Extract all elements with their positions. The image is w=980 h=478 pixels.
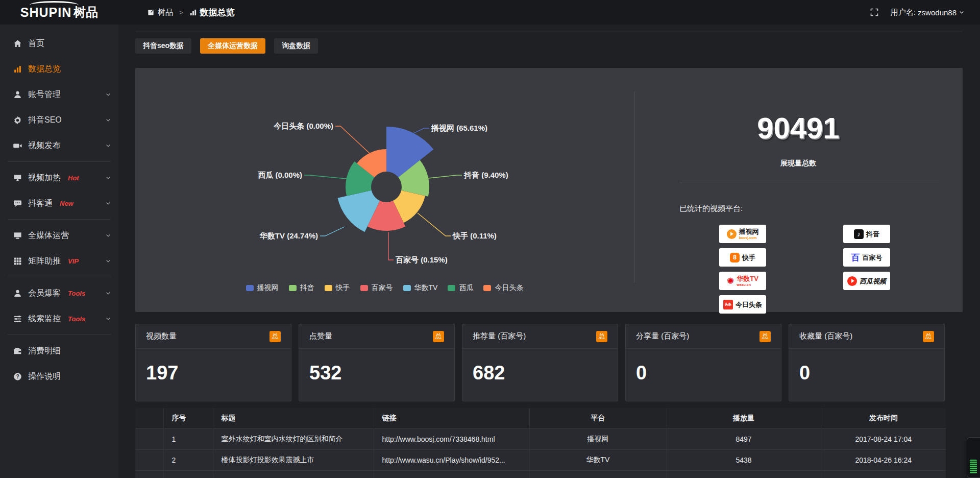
rose-label-line [388, 232, 394, 260]
sidebar-item-member-burst[interactable]: 会员爆客Tools [0, 280, 118, 306]
rose-label-line [304, 175, 347, 179]
legend-label: 抖音 [300, 283, 314, 293]
rose-label-line [335, 126, 370, 154]
member-icon [13, 289, 22, 298]
cell-title-link[interactable]: 楼体投影灯投影效果震撼上市 [213, 449, 374, 470]
table-header: 平台 [529, 408, 667, 428]
sidebar-divider [8, 219, 111, 220]
stat-cards-row: 视频数量总197点赞量总532推荐量 (百家号)总682分享量 (百家号)总0收… [135, 324, 963, 401]
sidebar-item-overview[interactable]: 数据总览 [0, 56, 118, 82]
table-header: 序号 [163, 408, 213, 428]
platform-badge-wasu: ✺华数TVwasu.cn [719, 272, 766, 290]
fullscreen-icon[interactable] [870, 8, 878, 16]
sidebar-item-matrix-boost[interactable]: 矩阵助推VIP [0, 248, 118, 274]
sidebar-item-label: 矩阵助推 [28, 256, 61, 267]
chart-legend: 播视网抖音快手百家号华数TV西瓜今日头条 [135, 283, 634, 293]
total-impressions-label: 展现量总数 [634, 159, 963, 168]
platform-badge-xigua: 西瓜视频 [843, 272, 890, 290]
breadcrumb-root[interactable]: 树品 [158, 8, 173, 17]
rose-label: 华数TV (24.74%) [259, 231, 318, 240]
legend-marker [483, 285, 491, 291]
stat-card-value: 197 [136, 349, 291, 384]
leads-icon [13, 315, 22, 323]
rose-label-line [418, 213, 451, 236]
platform-name: 抖音 [866, 231, 879, 237]
username-value: zswodun88 [918, 8, 957, 17]
rose-label: 今日头条 (0.00%) [273, 122, 333, 130]
legend-item[interactable]: 华数TV [403, 283, 438, 293]
total-badge[interactable]: 总 [596, 331, 607, 342]
sidebar-divider [8, 277, 111, 277]
stat-card-0: 视频数量总197 [135, 324, 291, 401]
chevron-down-icon [105, 117, 111, 123]
legend-item[interactable]: 抖音 [289, 283, 314, 293]
cell-url-link[interactable]: http://www.boosj.com/7338468.html [374, 428, 529, 449]
cell-platform: 播视网 [529, 428, 667, 449]
cell-plays: 5438 [667, 449, 821, 470]
sidebar-item-help[interactable]: ?操作说明 [0, 364, 118, 389]
legend-label: 华数TV [414, 283, 438, 293]
total-badge[interactable]: 总 [760, 331, 771, 342]
sidebar-item-douketong[interactable]: 抖客通New [0, 190, 118, 216]
stat-card-label: 分享量 (百家号) [636, 331, 689, 341]
cell-url-link[interactable]: http://www.wasu.cn/Play/show/id/952... [374, 449, 529, 470]
sidebar-item-leads-monitor[interactable]: 线索监控Tools [0, 306, 118, 331]
sidebar-nav: 首页数据总览账号管理抖音SEO视频发布视频加热Hot抖客通New全媒体运营矩阵助… [0, 31, 118, 389]
tab-inquiry-data[interactable]: 询盘数据 [274, 38, 318, 54]
sidebar-item-label: 首页 [28, 38, 44, 49]
sidebar-item-home[interactable]: 首页 [0, 31, 118, 56]
sidebar-item-label: 抖音SEO [28, 115, 62, 126]
video-icon [13, 141, 22, 150]
legend-item[interactable]: 播视网 [246, 283, 279, 293]
rose-chart: 播视网 (65.61%)抖音 (9.40%)快手 (0.11%)百家号 (0.1… [135, 68, 634, 312]
table-row-partial [135, 470, 946, 478]
sidebar-item-label: 视频加热 [28, 173, 61, 183]
app-logo[interactable]: SHUPIN 树品 [0, 0, 118, 25]
total-badge[interactable]: 总 [270, 331, 281, 342]
sidebar-item-expense-detail[interactable]: 消费明细 [0, 338, 118, 364]
stat-card-header: 分享量 (百家号)总 [626, 324, 781, 349]
breadcrumb-separator: > [179, 9, 183, 16]
tab-omni-media-data[interactable]: 全媒体运营数据 [200, 38, 265, 54]
chat-icon [13, 199, 22, 208]
browser-extension-widget[interactable] [967, 437, 980, 478]
chevron-down-icon [105, 232, 111, 238]
logo-arc [30, 1, 79, 9]
sidebar-item-accounts[interactable]: 账号管理 [0, 82, 118, 107]
sidebar-item-video-publish[interactable]: 视频发布 [0, 133, 118, 158]
cell-time: 2017-08-24 17:04 [821, 428, 946, 449]
legend-item[interactable]: 快手 [325, 283, 350, 293]
sidebar-item-video-heat[interactable]: 视频加热Hot [0, 165, 118, 190]
rose-label: 西瓜 (0.00%) [258, 171, 302, 179]
platforms-column-0: 播视网boosj.com8快手✺华数TVwasu.cn头条今日头条 [719, 225, 766, 314]
stat-card-3: 分享量 (百家号)总0 [625, 324, 781, 401]
cell-time: 2018-04-26 16:24 [821, 449, 946, 470]
rose-label: 播视网 (65.61%) [431, 124, 487, 132]
legend-label: 百家号 [372, 283, 393, 293]
legend-item[interactable]: 百家号 [360, 283, 393, 293]
gear-icon [13, 116, 22, 125]
total-badge[interactable]: 总 [923, 331, 934, 342]
cell-title-link[interactable]: 室外水纹灯和室内水纹灯的区别和简介 [213, 428, 374, 449]
username-menu[interactable]: 用户名: zswodun88 [891, 8, 965, 17]
sidebar-item-label: 视频发布 [28, 140, 61, 151]
chevron-down-icon [105, 290, 111, 296]
stat-card-header: 推荐量 (百家号)总 [462, 324, 618, 349]
legend-item[interactable]: 西瓜 [448, 283, 473, 293]
rose-label: 百家号 (0.15%) [396, 255, 448, 264]
legend-item[interactable]: 今日头条 [483, 283, 523, 293]
tab-douyin-seo-data[interactable]: 抖音seo数据 [135, 38, 191, 54]
rose-chart-svg: 播视网 (65.61%)抖音 (9.40%)快手 (0.11%)百家号 (0.1… [135, 68, 634, 312]
sidebar-divider [8, 334, 111, 335]
stat-card-header: 视频数量总 [136, 324, 291, 349]
chevron-down-icon [105, 316, 111, 322]
sidebar-item-omni-media[interactable]: 全媒体运营 [0, 223, 118, 248]
table-header: 播放量 [667, 408, 821, 428]
platforms-title: 已统计的视频平台: [679, 204, 963, 213]
total-badge[interactable]: 总 [433, 331, 444, 342]
sidebar-item-label: 账号管理 [28, 89, 61, 100]
legend-marker [403, 285, 411, 291]
sidebar-item-douyin-seo[interactable]: 抖音SEO [0, 107, 118, 133]
baijiahao-logo-icon: 百 [851, 253, 860, 262]
stat-card-value: 682 [462, 349, 618, 384]
